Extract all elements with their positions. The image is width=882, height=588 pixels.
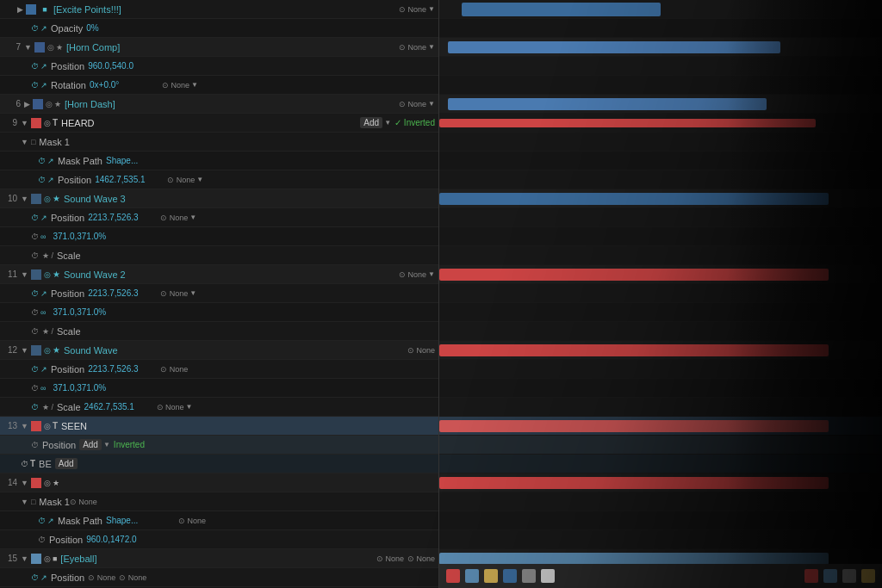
stopwatch-icon: ⏱ [31, 573, 39, 582]
stopwatch-icon: ⏱ [31, 327, 39, 336]
solo-icon: ◎ [44, 119, 51, 127]
prop-name: Position [51, 213, 84, 223]
list-item[interactable]: 9 ▼ ◎ T HEARD Add ▼ ✓ Inverted [0, 114, 438, 133]
track-bar[interactable] [439, 344, 829, 356]
layer-num: 9 [3, 118, 17, 127]
layer-color [31, 269, 41, 280]
none-badge: ⊙ None [178, 517, 206, 525]
swatch2-gold[interactable] [861, 569, 875, 583]
track-bar[interactable] [439, 269, 829, 281]
list-item[interactable]: ⏱ ↗ Position 2213.7,526.3 ⊙ None ▼ [0, 208, 438, 227]
layer-num: 15 [3, 554, 17, 563]
track-bar[interactable] [448, 98, 767, 110]
inverted-badge: Inverted [114, 440, 145, 449]
list-item[interactable]: ⏱ ↗ Position ⊙ None ⊙ None [0, 568, 438, 587]
list-item[interactable]: 13 ▼ ◎ T SEEN [0, 417, 438, 436]
list-item[interactable]: ⏱ ★ / Scale [0, 322, 438, 341]
list-item[interactable]: ⏱ ∞ 371.0,371.0% [0, 303, 438, 322]
lock-icon: ⏱ [31, 232, 39, 241]
add-badge[interactable]: Add [360, 117, 382, 128]
stopwatch-icon: ⏱ [31, 62, 39, 71]
add-badge[interactable]: Add [79, 439, 102, 450]
dropdown-icon: ▼ [103, 441, 110, 449]
swatch-gray[interactable] [522, 569, 536, 583]
add-badge[interactable]: Add [55, 458, 78, 469]
star-icon: ★ [53, 269, 60, 279]
list-item[interactable]: ⏱ ↗ Mask Path Shape... [0, 152, 438, 170]
list-item[interactable]: ⏱ ↗ Position 1462.7,535.1 ⊙ None ▼ [0, 170, 438, 189]
list-item[interactable]: 15 ▼ ◎ ■ [Eyeball] ⊙ None ⊙ None [0, 549, 438, 568]
layer-name: Sound Wave [64, 345, 407, 356]
swatch-red[interactable] [446, 569, 460, 583]
none-label: ⊙ None [399, 5, 426, 14]
swatch-blue[interactable] [465, 569, 479, 583]
track-bar[interactable] [439, 553, 829, 565]
list-item[interactable]: 10 ▼ ◎ ★ Sound Wave 3 [0, 189, 438, 208]
layer-name: [Horn Comp] [66, 42, 399, 53]
collapse-icon: ▼ [21, 270, 28, 279]
list-item[interactable]: ⏱ ∞ 371.0,371.0% [0, 379, 438, 398]
track-bar[interactable] [448, 41, 780, 53]
track-bar[interactable] [439, 420, 829, 432]
swatch2-red[interactable] [804, 569, 818, 583]
collapse-icon: ▼ [21, 119, 28, 127]
list-item[interactable]: ⏱ ↗ Position 2213.7,526.3 ⊙ None ▼ [0, 284, 438, 303]
list-item[interactable]: ▼ □ Mask 1 ⊙ None [0, 492, 438, 511]
track-bar[interactable] [462, 3, 661, 16]
list-item[interactable]: ⏱ ↗ Mask Path Shape... ⊙ None [0, 511, 438, 530]
list-item[interactable]: ⏱ ★ / Scale [0, 246, 438, 265]
layer-num: 13 [3, 421, 17, 430]
list-item[interactable]: 6 ▶ ◎ ★ [Horn Dash] ⊙ None ▼ [0, 95, 438, 114]
none-badge: ⊙ None [160, 365, 188, 374]
swatch-darkblue[interactable] [503, 569, 517, 583]
list-item[interactable]: ⏱ Position Add ▼ Inverted [0, 436, 438, 455]
prop-name: Position [51, 573, 84, 583]
list-item[interactable]: ⏱ ↗ Rotation 0x+0.0° ⊙ None ▼ [0, 76, 438, 95]
text-icon: T [53, 421, 58, 430]
none-badge: ⊙ None [70, 498, 97, 506]
list-item[interactable]: ⏱ T BE Add [0, 455, 438, 473]
prop-name: Scale [57, 251, 81, 261]
dropdown-icon: ▼ [189, 214, 196, 221]
none-label: ⊙ None [399, 100, 426, 108]
dropdown-icon: ▼ [428, 270, 435, 278]
list-item[interactable]: ⏱ ★ / Scale 2462.7,535.1 ⊙ None ▼ [0, 398, 438, 417]
prop-value: Shape... [106, 516, 175, 525]
timeline-track [439, 455, 882, 473]
timeline-track [439, 189, 882, 208]
app-container: ▶ ■ [Excite Points!!!] ⊙ None ▼ ⏱ ↗ Opac… [0, 0, 882, 588]
prop-value: 0% [86, 23, 155, 33]
list-item[interactable]: ⏱ Position 960.0,1472.0 [0, 530, 438, 549]
dropdown-icon: ▼ [186, 403, 193, 411]
stopwatch-icon: ⏱ [38, 157, 46, 165]
list-item[interactable]: ⏱ ∞ 371.0,371.0% [0, 227, 438, 246]
track-bar[interactable] [439, 477, 829, 489]
swatch-gold[interactable] [484, 569, 498, 583]
list-item[interactable]: ⏱ ↗ Position 2213.7,526.3 ⊙ None [0, 360, 438, 379]
list-item[interactable]: ⏱ ↗ Position 960.0,540.0 [0, 57, 438, 76]
layer-num: 10 [3, 194, 17, 203]
none-label: ⊙ None [399, 270, 426, 279]
swatch-light[interactable] [541, 569, 555, 583]
prop-name: Position [51, 364, 84, 374]
track-bar[interactable] [439, 119, 816, 127]
curve-icon: ↗ [40, 214, 47, 222]
list-item[interactable]: 11 ▼ ◎ ★ Sound Wave 2 ⊙ None ▼ [0, 265, 438, 284]
list-item[interactable]: 7 ▼ ◎ ★ [Horn Comp] ⊙ None ▼ [0, 38, 438, 57]
list-item[interactable]: 14 ▼ ◎ ★ [0, 473, 438, 492]
layer-panel: ▶ ■ [Excite Points!!!] ⊙ None ▼ ⏱ ↗ Opac… [0, 0, 439, 588]
swatch2-gray[interactable] [842, 569, 856, 583]
star-icon: ★ [53, 345, 60, 355]
list-item[interactable]: ▶ ■ [Excite Points!!!] ⊙ None ▼ [0, 0, 438, 19]
collapse-icon: ▼ [21, 422, 28, 430]
list-item[interactable]: ▼ □ Mask 1 [0, 133, 438, 152]
timeline-track [439, 436, 882, 455]
dropdown-icon: ▼ [196, 176, 203, 183]
none-label: ⊙ None [407, 346, 435, 355]
list-item[interactable]: 12 ▼ ◎ ★ Sound Wave ⊙ None [0, 341, 438, 360]
list-item[interactable]: ⏱ ↗ Opacity 0% [0, 19, 438, 38]
track-bar[interactable] [439, 193, 829, 205]
link-icon: ∞ [40, 308, 46, 317]
layer-color [31, 478, 41, 488]
swatch2-blue[interactable] [823, 569, 837, 583]
